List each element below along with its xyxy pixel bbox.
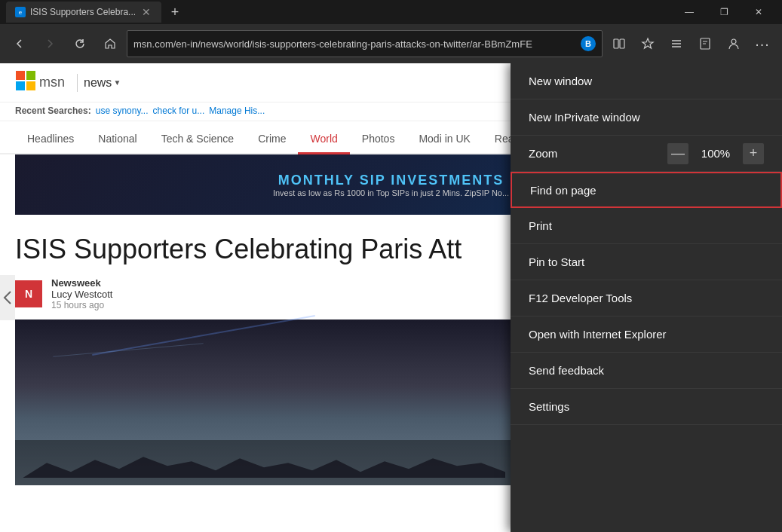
tab-favicon: e: [15, 7, 26, 17]
menu-item-open-ie[interactable]: Open with Internet Explorer: [511, 316, 782, 353]
context-menu: New window New InPrivate window Zoom — 1…: [511, 63, 782, 532]
address-bar[interactable]: msn.com/en-in/news/world/isis-supporters…: [127, 30, 603, 57]
nav-right-buttons: ···: [606, 30, 776, 57]
menu-item-pin-to-start[interactable]: Pin to Start: [511, 244, 782, 280]
tab-title: ISIS Supporters Celebra...: [30, 7, 136, 17]
back-button[interactable]: [6, 30, 33, 57]
restore-button[interactable]: ❐: [707, 0, 741, 24]
title-bar: e ISIS Supporters Celebra... ✕ + — ❐ ✕: [0, 0, 782, 24]
svg-point-6: [731, 39, 736, 44]
zoom-plus-button[interactable]: +: [743, 143, 764, 164]
reading-view-button[interactable]: [606, 30, 633, 57]
more-button[interactable]: ···: [749, 30, 776, 57]
window-controls: — ❐ ✕: [672, 0, 776, 24]
menu-item-find-on-page[interactable]: Find on page: [511, 172, 782, 208]
profile-button[interactable]: [720, 30, 747, 57]
svg-rect-1: [620, 39, 624, 48]
forward-button[interactable]: [36, 30, 63, 57]
notes-button[interactable]: [692, 30, 719, 57]
menu-item-settings[interactable]: Settings: [511, 389, 782, 425]
context-menu-overlay[interactable]: New window New InPrivate window Zoom — 1…: [0, 63, 782, 532]
hub-button[interactable]: [663, 30, 690, 57]
menu-item-zoom: Zoom — 100% +: [511, 136, 782, 172]
menu-item-send-feedback[interactable]: Send feedback: [511, 353, 782, 389]
menu-item-print[interactable]: Print: [511, 208, 782, 244]
zoom-value: 100%: [698, 147, 734, 160]
browser-content: msn news ▼ B web searc... Recent Searche…: [0, 63, 782, 532]
menu-item-f12-dev-tools[interactable]: F12 Developer Tools: [511, 280, 782, 316]
menu-item-new-inprivate[interactable]: New InPrivate window: [511, 99, 782, 136]
svg-rect-0: [614, 39, 618, 48]
favorites-button[interactable]: [634, 30, 661, 57]
bing-icon: B: [581, 36, 596, 51]
minimize-button[interactable]: —: [672, 0, 707, 24]
home-button[interactable]: [97, 30, 124, 57]
navigation-bar: msn.com/en-in/news/world/isis-supporters…: [0, 24, 782, 63]
refresh-button[interactable]: [66, 30, 94, 57]
address-text: msn.com/en-in/news/world/isis-supporters…: [133, 38, 578, 50]
browser-tab[interactable]: e ISIS Supporters Celebra... ✕: [6, 2, 161, 23]
close-button[interactable]: ✕: [741, 0, 776, 24]
menu-item-new-window[interactable]: New window: [511, 63, 782, 99]
zoom-label: Zoom: [529, 147, 658, 160]
new-tab-button[interactable]: +: [164, 2, 186, 23]
zoom-minus-button[interactable]: —: [667, 143, 688, 164]
tab-close-button[interactable]: ✕: [140, 6, 152, 18]
